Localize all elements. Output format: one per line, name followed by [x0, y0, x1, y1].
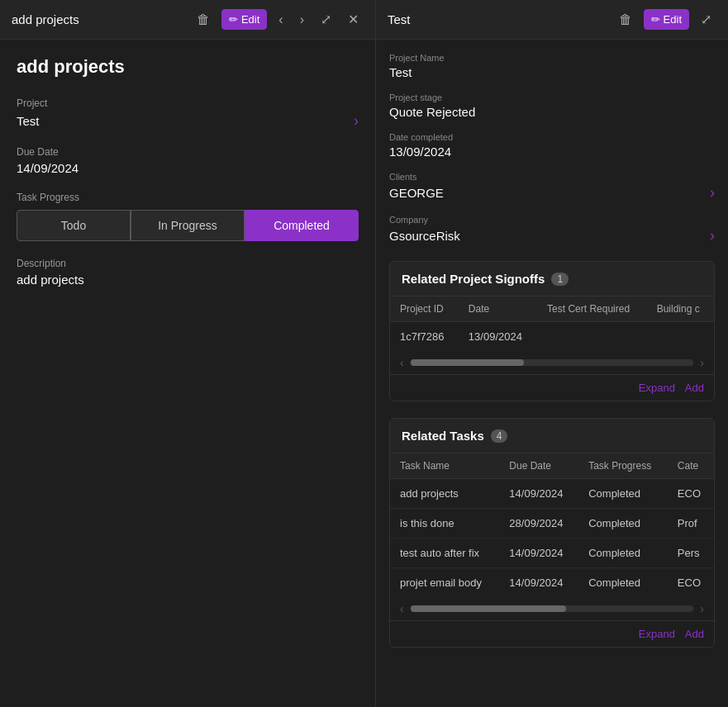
project-stage-label: Project stage — [389, 93, 715, 102]
scroll-right-icon[interactable]: › — [697, 354, 707, 371]
related-tasks-table-container: Task Name Due Date Task Progress Cate ad… — [390, 453, 714, 597]
col-date: Date — [459, 297, 537, 322]
company-value: GsourceRisk › — [389, 227, 715, 244]
in-progress-button[interactable]: In Progress — [131, 210, 245, 241]
project-label: Project — [17, 97, 359, 109]
left-panel-header: add projects 🗑 ✏ Edit ‹ › ⤢ ✕ — [0, 0, 375, 40]
signoffs-table-container: Project ID Date Test Cert Required Build… — [390, 297, 714, 351]
cell-task-name: test auto after fix — [390, 539, 499, 568]
company-label: Company — [389, 215, 715, 225]
related-tasks-badge: 4 — [491, 429, 508, 443]
left-delete-button[interactable]: 🗑 — [192, 9, 215, 31]
cell-task-progress: Completed — [578, 479, 668, 509]
task-progress-label: Task Progress — [17, 192, 359, 203]
right-edit-button[interactable]: ✏ Edit — [644, 9, 689, 30]
description-value: add projects — [17, 273, 359, 287]
company-field: Company GsourceRisk › — [389, 215, 715, 244]
cell-building — [647, 322, 714, 352]
cell-task-name: projet email body — [390, 568, 499, 598]
cell-due-date: 28/09/2024 — [499, 509, 578, 539]
cell-due-date: 14/09/2024 — [499, 539, 578, 568]
expand-icon: ⤢ — [701, 12, 711, 27]
description-field: Description add projects — [17, 258, 359, 287]
cell-task-name: add projects — [390, 479, 499, 509]
completed-button[interactable]: Completed — [245, 210, 359, 241]
left-panel-title: add projects — [12, 12, 185, 26]
col-project-id: Project ID — [390, 297, 459, 322]
edit-icon: ✏ — [229, 13, 238, 26]
cell-cate: Pers — [668, 539, 714, 568]
right-delete-button[interactable]: 🗑 — [614, 9, 637, 31]
description-label: Description — [17, 258, 359, 269]
col-cate: Cate — [668, 453, 714, 479]
right-panel-content: Project Name Test Project stage Quote Re… — [376, 40, 728, 707]
due-date-field: Due Date 14/09/2024 — [17, 146, 359, 175]
signoffs-table: Project ID Date Test Cert Required Build… — [390, 297, 714, 351]
project-stage-value: Quote Rejected — [389, 105, 715, 119]
col-due-date: Due Date — [499, 453, 578, 479]
signoffs-scrollbar: ‹ › — [390, 351, 714, 374]
col-task-name: Task Name — [390, 453, 499, 479]
company-nav-arrow[interactable]: › — [710, 227, 715, 244]
right-panel-header: Test 🗑 ✏ Edit ⤢ — [376, 0, 728, 40]
related-tasks-footer: Expand Add — [390, 620, 714, 647]
cell-due-date: 14/09/2024 — [499, 479, 578, 509]
scroll-left-icon[interactable]: ‹ — [397, 354, 407, 371]
todo-button[interactable]: Todo — [17, 210, 131, 241]
signoffs-add-button[interactable]: Add — [685, 382, 704, 394]
tasks-scroll-left-icon[interactable]: ‹ — [397, 600, 407, 617]
table-row: projet email body 14/09/2024 Completed E… — [390, 568, 714, 598]
left-panel: add projects 🗑 ✏ Edit ‹ › ⤢ ✕ add projec… — [0, 0, 376, 707]
tasks-expand-button[interactable]: Expand — [639, 628, 675, 640]
clients-field: Clients GEORGE › — [389, 172, 715, 202]
related-tasks-header: Related Tasks 4 — [390, 419, 714, 453]
tasks-scroll-track[interactable] — [411, 605, 694, 612]
project-value: Test › — [17, 112, 359, 130]
project-stage-field: Project stage Quote Rejected — [389, 93, 715, 119]
cell-task-progress: Completed — [578, 509, 668, 539]
progress-button-group: Todo In Progress Completed — [17, 210, 359, 241]
signoffs-badge: 1 — [551, 273, 569, 286]
cell-cate: Prof — [668, 509, 714, 539]
next-button[interactable]: › — [295, 9, 309, 31]
signoffs-section: Related Project Signoffs 1 Project ID Da… — [389, 261, 715, 401]
table-row: 1c7f7286 13/09/2024 — [390, 322, 714, 352]
left-edit-button[interactable]: ✏ Edit — [221, 9, 267, 30]
cell-task-progress: Completed — [578, 568, 668, 598]
project-field: Project Test › — [17, 97, 359, 130]
cell-due-date: 14/09/2024 — [499, 568, 578, 598]
clients-value: GEORGE › — [389, 184, 715, 202]
date-completed-field: Date completed 13/09/2024 — [389, 132, 715, 159]
tasks-add-button[interactable]: Add — [685, 628, 704, 640]
date-completed-label: Date completed — [389, 132, 715, 142]
clients-label: Clients — [389, 172, 715, 182]
related-tasks-title: Related Tasks — [402, 429, 484, 443]
trash-icon: 🗑 — [197, 12, 210, 27]
chevron-right-icon: › — [300, 12, 304, 27]
tasks-scroll-right-icon[interactable]: › — [697, 600, 707, 617]
right-expand-button[interactable]: ⤢ — [696, 8, 716, 31]
cell-date: 13/09/2024 — [459, 322, 537, 352]
signoffs-header: Related Project Signoffs 1 — [390, 262, 714, 297]
close-button[interactable]: ✕ — [343, 8, 364, 31]
right-panel: Test 🗑 ✏ Edit ⤢ Project Name Test Projec… — [376, 0, 728, 707]
due-date-label: Due Date — [17, 146, 359, 158]
expand-button[interactable]: ⤢ — [316, 8, 336, 31]
scroll-track[interactable] — [411, 359, 694, 366]
close-icon: ✕ — [348, 12, 359, 27]
cell-task-progress: Completed — [578, 539, 668, 568]
prev-button[interactable]: ‹ — [274, 9, 288, 31]
project-nav-arrow[interactable]: › — [354, 112, 359, 130]
tasks-scrollbar: ‹ › — [390, 597, 714, 620]
scroll-thumb — [411, 359, 524, 366]
col-test-cert: Test Cert Required — [537, 297, 647, 322]
task-progress-field: Task Progress Todo In Progress Completed — [17, 192, 359, 241]
cell-cate: ECO — [668, 479, 714, 509]
cell-test-cert — [537, 322, 647, 352]
cell-cate: ECO — [668, 568, 714, 598]
clients-nav-arrow[interactable]: › — [710, 184, 715, 202]
signoffs-expand-button[interactable]: Expand — [639, 382, 675, 394]
record-title: add projects — [17, 56, 359, 78]
date-completed-value: 13/09/2024 — [389, 145, 715, 159]
cell-task-name: is this done — [390, 509, 499, 539]
